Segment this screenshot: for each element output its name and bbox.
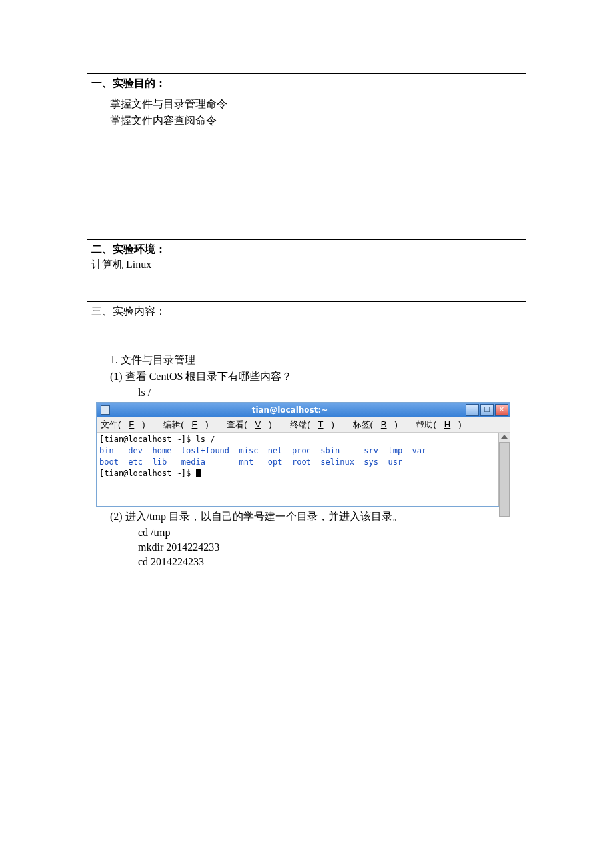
close-button[interactable]: × <box>495 404 508 416</box>
terminal-menubar: 文件(F) 编辑(E) 查看(V) 终端(T) 标签(B) 帮助(H) <box>97 417 510 433</box>
terminal-app-icon <box>101 405 110 415</box>
objective-line-1: 掌握文件与目录管理命令 <box>91 97 522 111</box>
step-2-cmd-3: cd 2014224233 <box>91 556 522 568</box>
menu-file[interactable]: 文件(F) <box>101 419 153 429</box>
heading-text: 二、实验环境： <box>91 243 166 255</box>
item-1-heading: 1. 文件与目录管理 <box>91 353 522 367</box>
prompt-line-2: [tian@localhost ~]$ <box>99 469 196 478</box>
terminal-titlebar[interactable]: tian@localhost:~ _ □ × <box>97 403 510 417</box>
maximize-button[interactable]: □ <box>480 404 494 416</box>
terminal-scrollbar[interactable] <box>498 433 510 506</box>
heading-text: 一、实验目的： <box>91 77 166 89</box>
step-1-text: (1) 查看 CentOS 根目录下有哪些内容？ <box>91 370 522 384</box>
section-1-heading: 一、实验目的： <box>91 77 522 91</box>
section-1-cell: 一、实验目的： 掌握文件与目录管理命令 掌握文件内容查阅命令 <box>87 74 526 240</box>
objective-line-2: 掌握文件内容查阅命令 <box>91 114 522 128</box>
environment-line: 计算机 Linux <box>91 258 522 272</box>
section-2-heading: 二、实验环境： <box>91 243 522 257</box>
window-controls: _ □ × <box>466 404 510 416</box>
terminal-window: tian@localhost:~ _ □ × 文件(F) 编辑(E) 查看(V)… <box>97 403 510 506</box>
scroll-up-icon[interactable] <box>501 435 508 439</box>
dir-listing-row-1: bin dev home lost+found misc net proc sb… <box>99 446 426 455</box>
minimize-button[interactable]: _ <box>466 404 479 416</box>
prompt-line-1: [tian@localhost ~]$ ls / <box>99 435 215 444</box>
step-2-text: (2) 进入/tmp 目录，以自己的学号建一个目录，并进入该目录。 <box>91 510 522 524</box>
step-2-cmd-1: cd /tmp <box>91 527 522 539</box>
scroll-thumb[interactable] <box>499 442 510 517</box>
section-3-cell: 三、实验内容： 1. 文件与目录管理 (1) 查看 CentOS 根目录下有哪些… <box>87 302 526 571</box>
menu-help[interactable]: 帮助(H) <box>416 419 469 429</box>
menu-edit[interactable]: 编辑(E) <box>163 419 216 429</box>
step-2-cmd-2: mkdir 2014224233 <box>91 541 522 553</box>
menu-view[interactable]: 查看(V) <box>227 419 279 429</box>
section-2-cell: 二、实验环境： 计算机 Linux <box>87 240 526 302</box>
terminal-body-wrap: [tian@localhost ~]$ ls / bin dev home lo… <box>97 433 510 506</box>
section-3-heading: 三、实验内容： <box>91 305 522 319</box>
dir-listing-row-2: boot etc lib media mnt opt root selinux … <box>99 457 402 467</box>
step-1-cmd: ls / <box>91 387 522 399</box>
menu-tabs[interactable]: 标签(B) <box>353 419 406 429</box>
menu-terminal[interactable]: 终端(T) <box>290 419 342 429</box>
terminal-output[interactable]: [tian@localhost ~]$ ls / bin dev home lo… <box>97 433 498 506</box>
document-page: 一、实验目的： 掌握文件与目录管理命令 掌握文件内容查阅命令 二、实验环境： 计… <box>0 0 613 868</box>
terminal-title: tian@localhost:~ <box>114 405 466 415</box>
terminal-cursor <box>196 469 201 477</box>
document-table: 一、实验目的： 掌握文件与目录管理命令 掌握文件内容查阅命令 二、实验环境： 计… <box>87 73 526 571</box>
